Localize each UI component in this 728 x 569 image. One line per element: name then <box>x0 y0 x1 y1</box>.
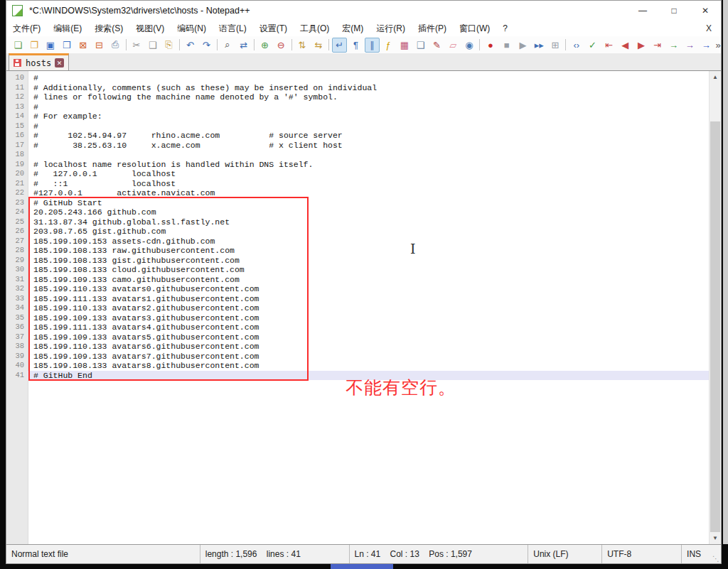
line-text[interactable]: # localhost name resolution is handled w… <box>28 160 709 170</box>
editor-line: 12 # lines or following the machine name… <box>6 92 709 102</box>
resize-grip-icon[interactable]: ⋱ <box>712 555 721 563</box>
status-insert-mode[interactable]: INS <box>681 545 712 563</box>
export-blue-arrow-button[interactable]: → <box>699 38 714 53</box>
show-all-characters-button[interactable]: ¶ <box>348 38 363 53</box>
line-number: 28 <box>6 246 28 256</box>
open-file-button[interactable]: ❐ <box>27 38 42 53</box>
copy-button[interactable]: ❑ <box>145 38 160 53</box>
nav-next-button[interactable]: ▶ <box>634 38 649 53</box>
macro-stop-button[interactable]: ■ <box>499 38 514 53</box>
line-number: 25 <box>6 217 28 227</box>
line-number: 10 <box>6 73 28 83</box>
indent-guide-button[interactable]: ∥ <box>365 38 380 53</box>
menu-encoding[interactable]: 编码(N) <box>171 21 213 36</box>
line-number: 39 <box>6 352 28 362</box>
scroll-up-icon[interactable]: ▲ <box>710 71 721 83</box>
line-text[interactable]: # <box>28 121 709 131</box>
plugin-check-button[interactable]: ✓ <box>585 38 600 53</box>
minimize-button[interactable]: — <box>627 1 658 21</box>
editor-line: 19 # localhost name resolution is handle… <box>6 160 709 170</box>
scrollbar-thumb[interactable] <box>710 121 720 532</box>
line-text[interactable] <box>28 150 709 160</box>
vertical-scrollbar[interactable]: ▲ ▼ <box>709 71 721 544</box>
tab-hosts[interactable]: hosts ✕ <box>9 53 69 70</box>
menu-file[interactable]: 文件(F) <box>6 21 47 36</box>
macro-run-multiple-button[interactable]: ▸▸ <box>532 38 547 53</box>
macro-save-button[interactable]: ⊞ <box>548 38 563 53</box>
line-text[interactable]: # ::1 localhost <box>28 179 709 189</box>
status-length-lines[interactable]: length : 1,596 lines : 41 <box>200 545 349 563</box>
toolbar-separator <box>217 39 218 50</box>
export-green-arrow-button[interactable]: → <box>666 38 681 53</box>
status-encoding[interactable]: UTF-8 <box>601 545 681 563</box>
line-text[interactable]: # <box>28 73 709 83</box>
line-text[interactable]: # Additionally, comments (such as these)… <box>28 83 709 93</box>
line-number: 31 <box>6 275 28 285</box>
new-file-button[interactable]: ❏ <box>11 38 26 53</box>
title-bar[interactable]: *C:\WINDOWS\System32\drivers\etc\hosts -… <box>6 1 721 21</box>
line-text[interactable]: # 127.0.0.1 localhost <box>28 169 709 179</box>
menu-view[interactable]: 视图(V) <box>129 21 171 36</box>
macro-play-button[interactable]: ▶ <box>515 38 530 53</box>
menu-edit[interactable]: 编辑(E) <box>47 21 88 36</box>
save-all-button[interactable]: ❒ <box>59 38 74 53</box>
undo-button[interactable]: ↶ <box>183 38 198 53</box>
redo-button[interactable]: ↷ <box>199 38 214 53</box>
find-button[interactable]: ⌕ <box>220 38 235 53</box>
nav-first-button[interactable]: ⇤ <box>601 38 616 53</box>
line-number: 35 <box>6 313 28 323</box>
line-text[interactable]: # <box>28 102 709 112</box>
paste-button[interactable]: ⎘ <box>161 38 176 53</box>
status-eol-format[interactable]: Unix (LF) <box>528 545 601 563</box>
line-text[interactable]: # 38.25.63.10 x.acme.com # x client host <box>28 141 709 151</box>
status-doc-type[interactable]: Normal text file <box>6 545 200 563</box>
function-list-button[interactable]: ƒ <box>381 38 396 53</box>
document-map-button[interactable]: ▦ <box>397 38 412 53</box>
menu-language[interactable]: 语言(L) <box>213 21 253 36</box>
sync-scroll-horizontal-button[interactable]: ⇆ <box>311 38 326 53</box>
save-button[interactable]: ▣ <box>43 38 58 53</box>
cut-button[interactable]: ✂ <box>129 38 144 53</box>
maximize-button[interactable]: □ <box>658 1 690 21</box>
menu-settings[interactable]: 设置(T) <box>253 21 294 36</box>
line-text[interactable]: # For example: <box>28 112 709 121</box>
menu-window[interactable]: 窗口(W) <box>453 21 496 36</box>
line-number: 16 <box>6 131 28 141</box>
menu-bar: 文件(F) 编辑(E) 搜索(S) 视图(V) 编码(N) 语言(L) 设置(T… <box>6 21 721 36</box>
line-text[interactable]: # lines or following the machine name de… <box>28 92 709 102</box>
macro-record-button[interactable]: ● <box>483 38 498 53</box>
toolbar-separator <box>126 39 127 50</box>
export-purple-arrow-button[interactable]: → <box>682 38 697 53</box>
menu-run[interactable]: 运行(R) <box>370 21 412 36</box>
menu-plugins[interactable]: 插件(P) <box>412 21 453 36</box>
scroll-down-icon[interactable]: ▼ <box>710 532 721 544</box>
sync-scroll-vertical-button[interactable]: ⇅ <box>295 38 310 53</box>
document-switcher-button[interactable]: ❑ <box>413 38 428 53</box>
menu-macro[interactable]: 宏(M) <box>336 21 370 36</box>
replace-button[interactable]: ⇄ <box>236 38 251 53</box>
zoom-out-button[interactable]: ⊖ <box>274 38 289 53</box>
close-all-button[interactable]: ⊟ <box>92 38 107 53</box>
close-file-button[interactable]: ⊠ <box>75 38 90 53</box>
plugin-code-button[interactable]: ‹› <box>569 38 584 53</box>
zoom-in-button[interactable]: ⊕ <box>257 38 272 53</box>
line-number: 12 <box>6 92 28 102</box>
nav-previous-button[interactable]: ◀ <box>618 38 633 53</box>
tab-close-icon[interactable]: ✕ <box>55 58 64 67</box>
unsaved-floppy-icon <box>14 59 21 67</box>
print-button[interactable]: ⎙ <box>108 38 123 53</box>
menu-search[interactable]: 搜索(S) <box>88 21 129 36</box>
user-defined-language-button[interactable]: ✎ <box>429 38 444 53</box>
toolbar-overflow-chevron[interactable]: » <box>716 40 721 50</box>
word-wrap-button[interactable]: ↵ <box>332 38 347 53</box>
folder-as-workspace-button[interactable]: ▱ <box>446 38 461 53</box>
line-text[interactable]: # 102.54.94.97 rhino.acme.com # source s… <box>28 131 709 141</box>
menu-help[interactable]: ? <box>496 22 514 35</box>
menu-tools[interactable]: 工具(O) <box>294 21 336 36</box>
status-cursor-position[interactable]: Ln : 41 Col : 13 Pos : 1,597 <box>349 545 528 563</box>
menu-close-x[interactable]: X <box>706 23 712 33</box>
line-number: 34 <box>6 303 28 313</box>
file-monitoring-eye-button[interactable]: ◉ <box>462 38 477 53</box>
nav-last-button[interactable]: ⇥ <box>650 38 665 53</box>
close-button[interactable]: ✕ <box>690 1 721 21</box>
